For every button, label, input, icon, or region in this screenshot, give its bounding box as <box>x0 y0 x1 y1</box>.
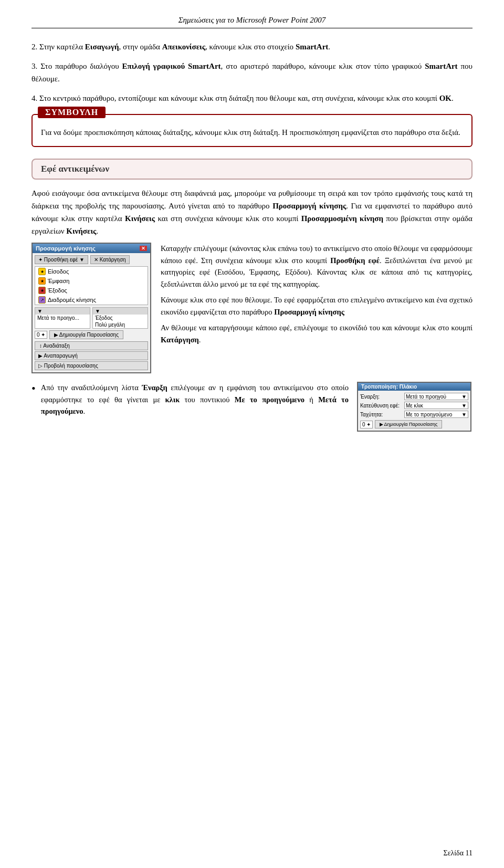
efi-intro-text: Αφού εισάγουμε όσα αντικείμενα θέλουμε σ… <box>32 187 472 237</box>
dialog-half-left: ▼ Μετά το προηγο... <box>35 307 90 329</box>
page: Σημειώσεις για το Microsoft Power Point … <box>0 0 504 868</box>
header-title: Σημειώσεις για το Microsoft Power Point … <box>178 16 326 24</box>
enarxi-row: Έναρξη: Μετά το προηγού ▼ <box>360 393 468 400</box>
right-para-3: Αν θέλουμε να καταργήσουμε κάποιο εφέ, ε… <box>161 322 472 346</box>
list-item-exodos[interactable]: ★ Έξοδος <box>35 286 148 295</box>
dialog-half-right-title: ▼ <box>93 308 148 315</box>
small-spinner-val: 0 <box>362 422 365 427</box>
spinner-value: 0 <box>37 332 40 338</box>
item-4-num: 4. <box>32 94 39 102</box>
enarxi-dropdown[interactable]: Μετά το προηγού ▼ <box>404 393 468 400</box>
diadromes-icon: ↗ <box>38 296 46 304</box>
dialog-list: ★ Είσοδος ★ Έμφαση ★ Έξοδος ↗ <box>35 266 148 305</box>
kateuth-row: Κατεύθυνση εφέ: Με κλικ ▼ <box>360 402 468 409</box>
efi-box-title: Εφέ αντικειμένων <box>41 164 463 174</box>
dialog-half-right: ▼ Έξοδος Πολύ μεγάλη <box>92 307 148 329</box>
diadromes-label: Διαδρομές κίνησης <box>48 297 96 303</box>
spinner-star: ✦ <box>41 332 45 338</box>
small-prosar-dialog: Τροποποίηση: Πλάκιο Έναρξη: Μετά το προη… <box>357 382 471 432</box>
kateuth-label: Κατεύθυνση εφέ: <box>360 403 402 409</box>
list-item-eisodos[interactable]: ★ Είσοδος <box>35 267 148 276</box>
tachyt-label: Ταχύτητα: <box>360 412 402 417</box>
tachyt-row: Ταχύτητα: Με το προηγούμενο ▼ <box>360 411 468 418</box>
bullet-left-text: Από την αναδιπλούμενη λίστα Έναρξη επιλέ… <box>41 382 349 417</box>
symvouli-text: Για να δούμε προεπισκόπηση κάποιας διάτα… <box>41 127 463 139</box>
page-footer: Σελίδα 11 <box>444 849 473 857</box>
eisodos-label: Είσοδος <box>48 268 69 275</box>
dialog-title-bar: Προσαρμογή κίνησης ✕ <box>33 244 150 253</box>
dialog-sub-item-2: Έξοδος <box>93 315 148 321</box>
small-spinner-star: ✦ <box>366 422 371 427</box>
item-3-text: Στο παράθυρο διαλόγου Επιλογή γραφικού S… <box>32 62 472 82</box>
eisodos-icon: ★ <box>38 268 46 275</box>
section-item-4: 4. Στο κεντρικό παράθυρο, εντοπίζουμε κα… <box>32 92 472 104</box>
emfasi-label: Έμφαση <box>48 278 69 284</box>
item-2-text: Στην καρτέλα Εισαγωγή, στην ομάδα Απεικο… <box>39 43 330 51</box>
tachyt-value: Με το προηγούμενο <box>406 412 452 417</box>
small-dialog-body: Έναρξη: Μετά το προηγού ▼ Κατεύθυνση εφέ… <box>358 391 470 431</box>
item-3-num: 3. <box>32 62 40 70</box>
tachyt-dropdown[interactable]: Με το προηγούμενο ▼ <box>404 411 468 418</box>
anaparag-btn[interactable]: ▶ Αναπαραγωγή <box>35 351 148 360</box>
dialog-bottom-row: 0 ✦ ▶ Δημιουργία Παρουσίασης <box>35 330 148 339</box>
add-efi-button[interactable]: ✦ Προσθήκη εφέ ▼ <box>35 255 88 264</box>
two-col-section: Προσαρμογή κίνησης ✕ ✦ Προσθήκη εφέ ▼ ✕ … <box>32 243 472 373</box>
enarxi-arrow: ▼ <box>461 394 467 400</box>
small-create-btn[interactable]: ▶ Δημιουργία Παρουσίασης <box>375 420 443 428</box>
tachyt-arrow: ▼ <box>461 412 467 417</box>
create-presentation-btn[interactable]: ▶ Δημιουργία Παρουσίασης <box>49 330 123 339</box>
dialog-sub-item-1: Μετά το προηγο... <box>35 315 90 321</box>
footer-text: Σελίδα 11 <box>444 849 473 857</box>
bullet-item-1: • Από την αναδιπλούμενη λίστα Έναρξη επι… <box>32 382 472 432</box>
exodos-label: Έξοδος <box>48 287 67 294</box>
right-para-1: Καταρχήν επιλέγουμε (κάνοντας κλικ επάνω… <box>161 243 472 290</box>
enarxi-value: Μετά το προηγού <box>406 394 446 400</box>
bullet-content-1: Από την αναδιπλούμενη λίστα Έναρξη επιλέ… <box>41 382 472 432</box>
dialog-close-btn[interactable]: ✕ <box>140 246 147 251</box>
symvouli-box: ΣΥΜΒΟΥΛΗ Για να δούμε προεπισκόπηση κάπο… <box>32 114 472 147</box>
dialog-body: ✦ Προσθήκη εφέ ▼ ✕ Κατάργηση ★ Είσοδος ★… <box>33 253 150 372</box>
list-item-emfasi[interactable]: ★ Έμφαση <box>35 276 148 286</box>
kateuth-value: Με κλικ <box>406 403 423 409</box>
item-4-text: Στο κεντρικό παράθυρο, εντοπίζουμε και κ… <box>39 94 454 102</box>
small-dialog-bottom: 0 ✦ ▶ Δημιουργία Παρουσίασης <box>360 420 468 428</box>
small-spinner[interactable]: 0 ✦ <box>360 421 373 428</box>
kateuth-arrow: ▼ <box>461 403 467 409</box>
symvouli-label: ΣΥΜΒΟΥΛΗ <box>38 107 106 118</box>
dialog-sub-item-3: Πολύ μεγάλη <box>93 321 148 328</box>
enarxi-label: Έναρξη: <box>360 394 402 400</box>
right-para-2: Κάνουμε κλικ στο εφέ που θέλουμε. Το εφέ… <box>161 294 472 318</box>
action-buttons-group: ↕ Αναδιάταξη ▶ Αναπαραγωγή ▷ Προβολή παρ… <box>35 341 148 370</box>
page-header: Σημειώσεις για το Microsoft Power Point … <box>32 16 472 28</box>
section-item-3: 3. Στο παράθυρο διαλόγου Επιλογή γραφικο… <box>32 60 472 85</box>
dialog-toolbar: ✦ Προσθήκη εφέ ▼ ✕ Κατάργηση <box>35 255 148 264</box>
dialog-title-text: Προσαρμογή κίνησης <box>36 245 96 252</box>
efi-right-text: Καταρχήν επιλέγουμε (κάνοντας κλικ επάνω… <box>161 243 472 346</box>
provolh-btn[interactable]: ▷ Προβολή παρουσίασης <box>35 361 148 370</box>
bullet-two-col: Από την αναδιπλούμενη λίστα Έναρξη επιλέ… <box>41 382 472 432</box>
bullet-dot-1: • <box>32 382 36 395</box>
remove-efi-button[interactable]: ✕ Κατάργηση <box>90 255 130 264</box>
anadiataxi-btn[interactable]: ↕ Αναδιάταξη <box>35 341 148 350</box>
list-item-diadromes[interactable]: ↗ Διαδρομές κίνησης <box>35 295 148 305</box>
dialog-sub-row: ▼ Μετά το προηγο... ▼ Έξοδος Πολύ μεγάλη <box>35 307 148 329</box>
kateuth-dropdown[interactable]: Με κλικ ▼ <box>404 402 468 409</box>
dialog-half-left-title: ▼ <box>35 308 90 315</box>
section-item-2: 2. Στην καρτέλα Εισαγωγή, στην ομάδα Απε… <box>32 41 472 53</box>
spinner-control[interactable]: 0 ✦ <box>35 331 47 339</box>
dialog-mockup-left: Προσαρμογή κίνησης ✕ ✦ Προσθήκη εφέ ▼ ✕ … <box>32 243 152 373</box>
emfasi-icon: ★ <box>38 277 46 285</box>
item-2-num: 2. <box>32 43 39 51</box>
exodos-icon: ★ <box>38 287 46 294</box>
bullet-section: • Από την αναδιπλούμενη λίστα Έναρξη επι… <box>32 382 472 432</box>
efi-section-box: Εφέ αντικειμένων <box>32 159 472 180</box>
small-dialog-title: Τροποποίηση: Πλάκιο <box>358 383 470 391</box>
prosar-dialog: Προσαρμογή κίνησης ✕ ✦ Προσθήκη εφέ ▼ ✕ … <box>32 243 151 373</box>
bullet-right-dialog: Τροποποίηση: Πλάκιο Έναρξη: Μετά το προη… <box>357 382 472 432</box>
